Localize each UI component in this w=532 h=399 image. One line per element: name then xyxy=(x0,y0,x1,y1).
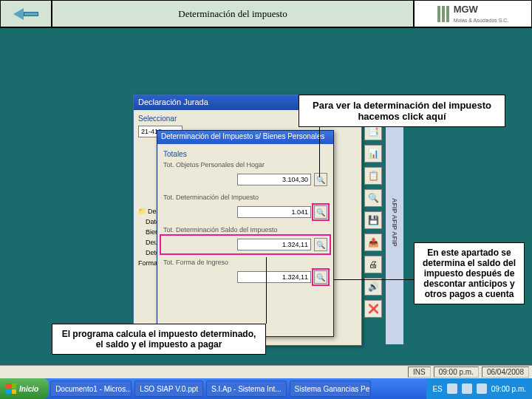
start-button[interactable]: Inicio xyxy=(0,378,49,399)
toolbar-btn-sound[interactable]: 🔊 xyxy=(364,278,382,296)
logo-text: MGWMolas & Asociados S.C. xyxy=(454,4,509,24)
windows-icon xyxy=(6,383,16,394)
toolbar-btn-close[interactable]: ❌ xyxy=(364,300,382,318)
toolbar-btn-report[interactable]: 📊 xyxy=(364,145,382,163)
tray-icon[interactable] xyxy=(447,383,457,394)
field-label-2: Tot. Determinación Saldo del Impuesto xyxy=(163,226,327,233)
tray-icon[interactable] xyxy=(462,383,472,394)
callout-top: Para ver la determinación del impuesto h… xyxy=(299,95,505,127)
magnify-icon: 🔍 xyxy=(316,176,325,184)
field-detail-btn-0[interactable]: 🔍 xyxy=(314,173,327,186)
magnify-icon: 🔍 xyxy=(316,273,325,282)
taskbar: Inicio Documento1 - Micros... LSO SIAP V… xyxy=(0,378,532,399)
start-label: Inicio xyxy=(19,385,38,393)
field-input-1[interactable] xyxy=(237,206,311,218)
main-area: Declaración Jurada Seleccionar Declaraci… xyxy=(0,28,532,378)
field-input-0[interactable] xyxy=(237,174,311,185)
side-toolbar: 📄 📑 📊 📋 🔍 💾 📤 🖨 🔊 ❌ xyxy=(364,100,383,318)
field-label-0: Tot. Objetos Personales del Hogar xyxy=(163,161,327,168)
status-bar: INS 09:00 p.m. 06/04/2008 xyxy=(0,365,532,378)
toolbar-btn-search[interactable]: 🔍 xyxy=(364,189,382,207)
toolbar-btn-print[interactable]: 🖨 xyxy=(364,256,382,273)
field-detail-btn-2[interactable]: 🔍 xyxy=(314,238,327,251)
lang-indicator[interactable]: ES xyxy=(432,385,442,393)
callout-right: En este apartado se determina el saldo d… xyxy=(414,242,525,304)
status-date: 06/04/2008 xyxy=(482,366,529,378)
magnify-icon: 🔍 xyxy=(316,241,325,249)
tray-clock: 09:00 p.m. xyxy=(491,385,526,393)
modal-title: Determinación del Impuesto s/ Bienes Per… xyxy=(157,131,333,144)
field-detail-btn-3[interactable]: 🔍 xyxy=(314,270,327,284)
callout-line xyxy=(266,257,267,324)
field-input-2[interactable] xyxy=(237,239,311,250)
logo-icon xyxy=(437,6,449,22)
task-item-0[interactable]: Documento1 - Micros... xyxy=(50,381,132,397)
status-time: 09:00 p.m. xyxy=(434,366,479,378)
field-detail-btn-1[interactable]: 🔍 xyxy=(314,205,327,219)
status-ins: INS xyxy=(408,366,431,378)
callout-line xyxy=(319,126,320,177)
task-item-1[interactable]: LSO SIAP V.0.ppt xyxy=(134,381,203,397)
back-arrow-box[interactable] xyxy=(0,0,52,27)
page-title: Determinación del impuesto xyxy=(52,0,414,27)
system-tray[interactable]: ES 09:00 p.m. xyxy=(426,378,532,399)
task-item-2[interactable]: S.I.Ap - Sistema Int... xyxy=(206,381,286,397)
tray-icon[interactable] xyxy=(477,383,487,394)
magnify-icon: 🔍 xyxy=(316,208,325,216)
toolbar-btn-list[interactable]: 📋 xyxy=(364,167,382,185)
callout-line xyxy=(334,279,414,280)
field-input-3[interactable] xyxy=(237,271,311,283)
logo-box: MGWMolas & Asociados S.C. xyxy=(414,0,532,27)
header-bar: Determinación del impuesto MGWMolas & As… xyxy=(0,0,532,28)
callout-bottom-left: El programa calcula el impuesto determin… xyxy=(52,324,266,355)
task-item-3[interactable]: Sistema Ganancias Pe... xyxy=(290,381,371,397)
afip-strip: AFIP AFIP AFIP xyxy=(386,100,403,344)
toolbar-btn-save[interactable]: 💾 xyxy=(364,211,382,229)
field-label-3: Tot. Forma de Ingreso xyxy=(163,259,327,266)
modal-window: Determinación del Impuesto s/ Bienes Per… xyxy=(157,130,334,337)
toolbar-btn-export[interactable]: 📤 xyxy=(364,233,382,251)
field-label-1: Tot. Determinación del Impuesto xyxy=(163,194,327,201)
section-label: Totales xyxy=(163,150,327,158)
arrow-left-icon xyxy=(13,8,38,20)
